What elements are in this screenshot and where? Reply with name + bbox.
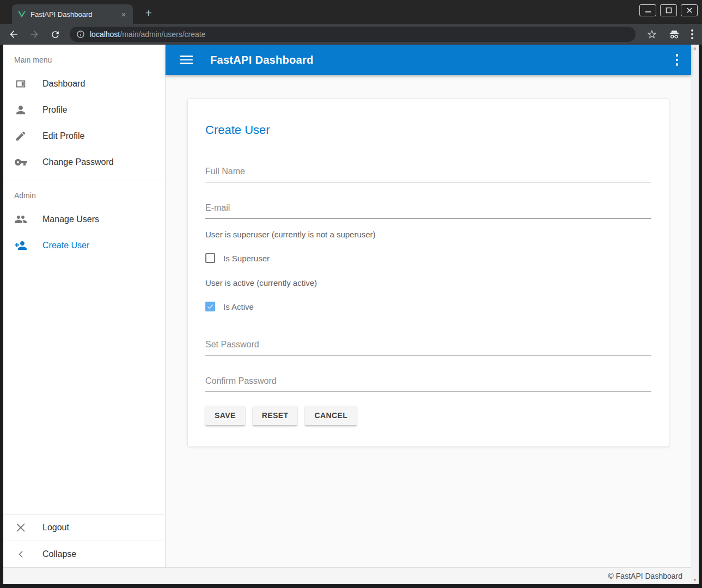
active-hint: User is active (currently active) bbox=[205, 278, 651, 287]
sidebar-item-collapse[interactable]: Collapse bbox=[3, 541, 165, 567]
person-icon bbox=[14, 103, 27, 117]
is-superuser-checkbox-row[interactable]: Is Superuser bbox=[205, 253, 651, 263]
page-content: Create User User is superuser (currently… bbox=[166, 75, 691, 567]
confirm-password-field-wrap bbox=[205, 372, 651, 392]
footer-copyright: © FastAPI Dashboard bbox=[608, 572, 682, 580]
window-close-button[interactable] bbox=[681, 4, 698, 16]
scroll-down-icon[interactable]: ▼ bbox=[693, 578, 697, 583]
main-area: FastAPI Dashboard Create User bbox=[166, 45, 691, 567]
is-superuser-checkbox[interactable] bbox=[205, 253, 215, 263]
back-icon[interactable] bbox=[8, 28, 20, 40]
people-icon bbox=[14, 213, 27, 226]
page-scrollbar[interactable]: ▲ ▼ bbox=[691, 45, 699, 584]
sidebar-item-label: Collapse bbox=[42, 549, 76, 559]
maximize-button[interactable] bbox=[660, 4, 677, 16]
sidebar-item-manage-users[interactable]: Manage Users bbox=[3, 206, 165, 232]
reload-icon[interactable] bbox=[49, 28, 61, 40]
sidebar-item-label: Dashboard bbox=[42, 79, 85, 89]
app-bar-title: FastAPI Dashboard bbox=[210, 54, 314, 66]
set-password-input[interactable] bbox=[205, 335, 651, 356]
sidebar-item-label: Create User bbox=[42, 241, 89, 250]
email-input[interactable] bbox=[205, 199, 651, 219]
vue-logo-icon bbox=[17, 10, 26, 19]
sidebar-item-label: Change Password bbox=[42, 157, 114, 167]
sidebar-item-create-user[interactable]: Create User bbox=[3, 232, 165, 259]
superuser-hint: User is superuser (currently is not a su… bbox=[205, 230, 651, 239]
set-password-field-wrap bbox=[205, 335, 651, 356]
bookmark-star-icon[interactable] bbox=[646, 29, 657, 40]
is-active-checkbox[interactable] bbox=[205, 302, 215, 311]
app-bar: FastAPI Dashboard bbox=[166, 45, 691, 75]
sidebar-main-menu-header: Main menu bbox=[3, 45, 165, 71]
form-actions: SAVE RESET CANCEL bbox=[205, 406, 651, 425]
incognito-icon bbox=[668, 28, 680, 40]
sidebar-item-dashboard[interactable]: Dashboard bbox=[3, 71, 165, 97]
new-tab-button[interactable]: + bbox=[142, 7, 156, 20]
dashboard-icon bbox=[14, 77, 27, 90]
tab-title: FastAPI Dashboard bbox=[30, 10, 114, 19]
site-info-icon[interactable] bbox=[76, 30, 85, 39]
logout-x-icon bbox=[14, 521, 27, 534]
sidebar-item-change-password[interactable]: Change Password bbox=[3, 149, 165, 175]
full-name-field-wrap bbox=[205, 162, 651, 182]
sidebar-item-label: Logout bbox=[42, 523, 69, 532]
sidebar-item-logout[interactable]: Logout bbox=[3, 514, 165, 541]
scroll-up-icon[interactable]: ▲ bbox=[693, 46, 697, 51]
minimize-button[interactable] bbox=[639, 4, 656, 16]
cancel-button[interactable]: CANCEL bbox=[305, 406, 357, 425]
person-add-icon bbox=[14, 239, 27, 252]
tab-close-icon[interactable]: × bbox=[119, 9, 129, 19]
forward-icon[interactable] bbox=[28, 28, 40, 40]
window-controls bbox=[639, 4, 698, 16]
sidebar-spacer bbox=[3, 259, 165, 514]
browser-toolbar: localhost/main/admin/users/create bbox=[0, 24, 702, 45]
address-bar[interactable]: localhost/main/admin/users/create bbox=[70, 27, 636, 42]
key-icon bbox=[14, 156, 27, 169]
email-field-wrap bbox=[205, 199, 651, 219]
toolbar-right bbox=[646, 28, 693, 40]
create-user-card: Create User User is superuser (currently… bbox=[187, 99, 669, 447]
page-footer: © FastAPI Dashboard bbox=[3, 567, 691, 584]
url-host: localhost bbox=[90, 30, 120, 39]
sidebar-item-label: Edit Profile bbox=[42, 131, 84, 141]
url-path: /main/admin/users/create bbox=[120, 30, 205, 39]
page-title: Create User bbox=[205, 123, 651, 137]
browser-tab[interactable]: FastAPI Dashboard × bbox=[12, 4, 133, 24]
is-superuser-label: Is Superuser bbox=[223, 254, 270, 263]
pencil-icon bbox=[14, 130, 27, 143]
browser-menu-kebab-icon[interactable] bbox=[691, 29, 693, 39]
app-bar-kebab-icon[interactable] bbox=[670, 51, 684, 69]
sidebar-item-edit-profile[interactable]: Edit Profile bbox=[3, 123, 165, 149]
confirm-password-input[interactable] bbox=[205, 372, 651, 392]
full-name-input[interactable] bbox=[205, 162, 651, 182]
reset-button[interactable]: RESET bbox=[253, 406, 298, 425]
url-text: localhost/main/admin/users/create bbox=[90, 30, 205, 39]
sidebar-admin-header: Admin bbox=[3, 180, 165, 206]
menu-hamburger-icon[interactable] bbox=[180, 56, 193, 64]
browser-window: FastAPI Dashboard × + bbox=[0, 0, 702, 588]
sidebar-item-label: Profile bbox=[42, 105, 67, 115]
chevron-left-icon bbox=[14, 548, 27, 561]
page-viewport: Main menu Dashboard Profile bbox=[0, 45, 702, 588]
is-active-checkbox-row[interactable]: Is Active bbox=[205, 302, 651, 311]
is-active-label: Is Active bbox=[223, 302, 254, 311]
save-button[interactable]: SAVE bbox=[205, 406, 245, 425]
tab-strip: FastAPI Dashboard × + bbox=[0, 0, 702, 24]
sidebar-item-label: Manage Users bbox=[42, 215, 99, 224]
sidebar-item-profile[interactable]: Profile bbox=[3, 97, 165, 123]
sidebar: Main menu Dashboard Profile bbox=[3, 45, 166, 567]
